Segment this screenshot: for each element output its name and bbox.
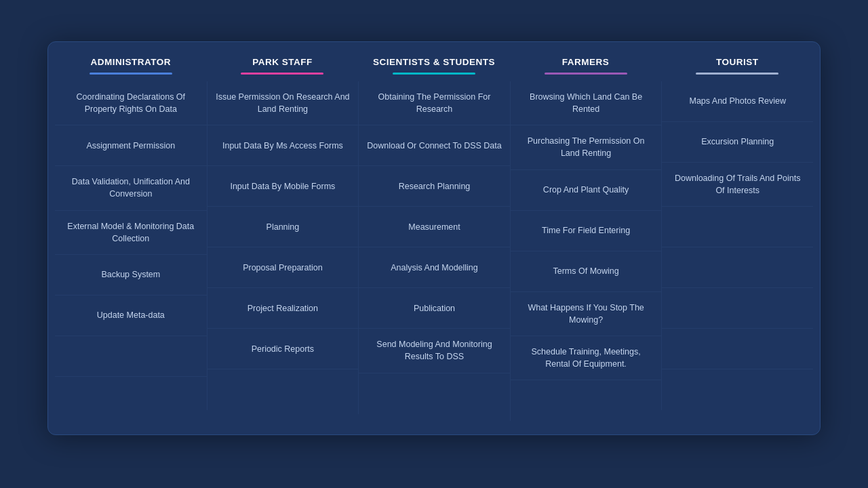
cell-0-6 (55, 336, 207, 377)
col-header-text-1: PARK STAFF (214, 57, 352, 67)
cell-3-2: Crop And Plant Quality (510, 170, 662, 211)
cell-4-4 (661, 247, 813, 288)
cell-0-0: Coordinating Declarations Of Property Ri… (55, 81, 207, 125)
col-underline-0 (90, 73, 172, 75)
col-header-4: TOURIST (661, 42, 813, 75)
col-header-text-4: TOURIST (668, 57, 806, 67)
col-headers: ADMINISTRATORPARK STAFFSCIENTISTS & STUD… (48, 42, 820, 75)
col-0: Coordinating Declarations Of Property Ri… (55, 81, 207, 421)
col-header-1: PARK STAFF (207, 42, 359, 75)
col-header-text-0: ADMINISTRATOR (62, 57, 200, 67)
cell-3-1: Purchasing The Permission On Land Rentin… (510, 125, 662, 169)
cell-4-5 (661, 288, 813, 329)
col-underline-2 (393, 73, 475, 75)
col-4: Maps And Photos ReviewExcursion Planning… (661, 81, 813, 421)
cell-3-7 (510, 380, 662, 421)
cell-4-2: Downloading Of Trails And Points Of Inte… (661, 163, 813, 207)
table-body: Coordinating Declarations Of Property Ri… (48, 75, 820, 421)
cell-2-6: Send Modeling And Monitoring Results To … (358, 329, 510, 373)
col-header-text-2: SCIENTISTS & STUDENTS (365, 57, 503, 67)
cell-4-1: Excursion Planning (661, 122, 813, 163)
cell-2-5: Publication (358, 288, 510, 329)
cell-1-3: Planning (207, 207, 359, 247)
cell-0-1: Assignment Permission (55, 125, 207, 166)
cell-3-4: Terms Of Mowing (510, 251, 662, 292)
col-underline-1 (241, 73, 323, 75)
cell-0-7 (55, 377, 207, 418)
cell-4-7 (661, 369, 813, 410)
cell-2-1: Download Or Connect To DSS Data (358, 125, 510, 166)
cell-1-4: Proposal Preparation (207, 247, 359, 288)
col-header-3: FARMERS (510, 42, 662, 75)
cell-2-3: Measurement (358, 207, 510, 247)
col-3: Browsing Which Land Can Be RentedPurchas… (510, 81, 662, 421)
cell-3-0: Browsing Which Land Can Be Rented (510, 81, 662, 125)
cell-0-3: External Model & Monitoring Data Collect… (55, 211, 207, 255)
cell-1-0: Issue Permission On Research And Land Re… (207, 81, 359, 125)
cell-1-5: Project Realization (207, 288, 359, 329)
cell-2-2: Research Planning (358, 166, 510, 207)
cell-1-7 (207, 369, 359, 410)
cell-0-4: Backup System (55, 255, 207, 296)
cell-3-5: What Happens If You Stop The Mowing? (510, 292, 662, 336)
col-underline-4 (696, 73, 778, 75)
cell-1-1: Input Data By Ms Access Forms (207, 125, 359, 166)
cell-0-5: Update Meta-data (55, 296, 207, 336)
cell-1-6: Periodic Reports (207, 329, 359, 369)
cell-3-6: Schedule Training, Meetings, Rental Of E… (510, 336, 662, 380)
cell-2-7 (358, 373, 510, 414)
col-underline-3 (545, 73, 627, 75)
cell-2-4: Analysis And Modelling (358, 247, 510, 288)
cell-4-3 (661, 207, 813, 247)
col-header-0: ADMINISTRATOR (55, 42, 207, 75)
col-1: Issue Permission On Research And Land Re… (207, 81, 359, 421)
cell-2-0: Obtaining The Permission For Research (358, 81, 510, 125)
col-header-2: SCIENTISTS & STUDENTS (358, 42, 510, 75)
table-container: ADMINISTRATORPARK STAFFSCIENTISTS & STUD… (47, 41, 821, 435)
cell-1-2: Input Data By Mobile Forms (207, 166, 359, 207)
cell-0-2: Data Validation, Unification And Convers… (55, 166, 207, 210)
cell-3-3: Time For Field Entering (510, 211, 662, 251)
col-2: Obtaining The Permission For ResearchDow… (358, 81, 510, 421)
cell-4-6 (661, 329, 813, 369)
col-header-text-3: FARMERS (517, 57, 655, 67)
cell-4-0: Maps And Photos Review (661, 81, 813, 122)
